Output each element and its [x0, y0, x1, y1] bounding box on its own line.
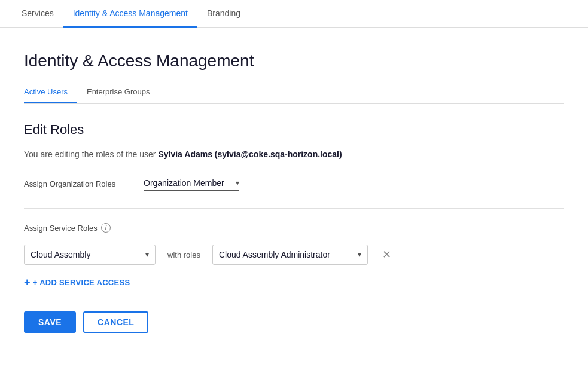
- top-nav: Services Identity & Access Management Br…: [0, 0, 588, 28]
- tab-enterprise-groups[interactable]: Enterprise Groups: [87, 83, 160, 103]
- org-role-dropdown[interactable]: Organization Member ▾: [144, 176, 239, 191]
- user-name: Sylvia Adams (sylvia@coke.sqa-horizon.lo…: [158, 149, 342, 159]
- main-content: Identity & Access Management Active User…: [0, 28, 588, 388]
- tab-iam[interactable]: Identity & Access Management: [63, 0, 197, 28]
- action-buttons: SAVE CANCEL: [24, 311, 564, 333]
- tab-active-users[interactable]: Active Users: [24, 83, 77, 103]
- info-icon[interactable]: i: [101, 223, 111, 233]
- chevron-down-icon-service: ▾: [145, 250, 149, 259]
- service-roles-label-row: Assign Service Roles i: [24, 223, 564, 233]
- page-title: Identity & Access Management: [24, 51, 564, 71]
- org-role-value: Organization Member: [144, 178, 236, 188]
- org-roles-row: Assign Organization Roles Organization M…: [24, 176, 564, 191]
- remove-service-button[interactable]: ✕: [380, 248, 394, 261]
- cancel-button[interactable]: CANCEL: [83, 311, 148, 333]
- plus-icon: +: [24, 277, 31, 288]
- tab-branding[interactable]: Branding: [197, 0, 250, 28]
- service-roles-label: Assign Service Roles: [24, 224, 98, 233]
- tab-services[interactable]: Services: [12, 0, 63, 28]
- service-roles-dropdown[interactable]: Cloud Assembly Administrator ▾: [212, 245, 368, 265]
- service-name-dropdown[interactable]: Cloud Assembly ▾: [24, 245, 156, 265]
- service-row: Cloud Assembly ▾ with roles Cloud Assemb…: [24, 245, 564, 265]
- add-service-label: + ADD SERVICE ACCESS: [33, 278, 130, 287]
- org-roles-label: Assign Organization Roles: [24, 179, 144, 188]
- description-prefix: You are editing the roles of the user: [24, 149, 158, 159]
- service-name-value: Cloud Assembly: [31, 250, 145, 259]
- service-roles-value: Cloud Assembly Administrator: [219, 250, 358, 259]
- chevron-down-icon: ▾: [236, 179, 239, 187]
- add-service-link[interactable]: + + ADD SERVICE ACCESS: [24, 277, 564, 288]
- edit-description: You are editing the roles of the user Sy…: [24, 149, 564, 159]
- chevron-down-icon-roles: ▾: [358, 250, 361, 259]
- edit-roles-title: Edit Roles: [24, 122, 564, 138]
- with-roles-text: with roles: [167, 250, 200, 259]
- sub-tabs: Active Users Enterprise Groups: [24, 83, 564, 104]
- section-divider: [24, 208, 564, 209]
- save-button[interactable]: SAVE: [24, 311, 76, 333]
